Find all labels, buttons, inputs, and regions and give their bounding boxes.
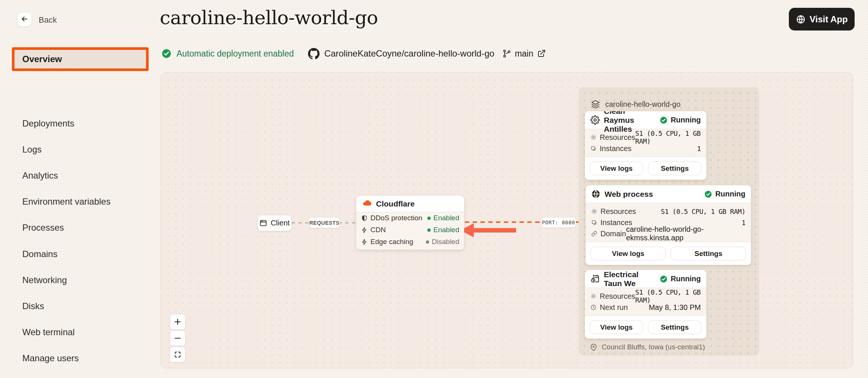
git-branch-icon (502, 49, 511, 58)
resources-icon (590, 293, 596, 299)
group-title: caroline-hello-world-go (605, 100, 680, 109)
cloudflare-row: DDoS protection Enabled (356, 212, 464, 224)
shield-icon (361, 215, 367, 221)
view-logs-button[interactable]: View logs (590, 247, 666, 260)
process-card-electrical-taun-we[interactable]: Electrical Taun We Running Resources S1 … (585, 270, 706, 339)
cloudflare-row: CDN Enabled (356, 224, 464, 236)
card-row: Resources S1 (0.5 CPU, 1 GB RAM) (591, 206, 745, 217)
settings-button[interactable]: Settings (648, 161, 702, 175)
bolt-icon (361, 227, 367, 233)
status-dot (427, 217, 431, 220)
client-label: Client (271, 219, 289, 227)
visit-app-button[interactable]: Visit App (789, 8, 855, 31)
bolt-icon (361, 239, 367, 245)
card-row: Resources S1 (0.5 CPU, 1 GB RAM) (590, 132, 701, 143)
link-icon (591, 231, 597, 237)
layers-icon (590, 99, 600, 109)
resources-icon (591, 208, 597, 214)
status-badge: Running (704, 190, 745, 198)
zoom-controls (170, 314, 185, 362)
gear-icon (590, 115, 600, 125)
sidebar-item-manage-users[interactable]: Manage users (22, 352, 79, 364)
client-node[interactable]: Client (258, 215, 292, 231)
status-dot (426, 240, 429, 244)
next-run-value: May 8, 1:30 PM (649, 303, 701, 312)
sidebar-item-processes[interactable]: Processes (22, 222, 64, 234)
status-bar: Automatic deployment enabled CarolineKat… (161, 48, 546, 60)
back-label: Back (39, 15, 57, 25)
cloudflare-node[interactable]: Cloudflare DDoS protection Enabled CDN E… (356, 196, 464, 250)
view-logs-button[interactable]: View logs (590, 320, 643, 334)
resources-icon (590, 134, 596, 140)
sidebar-item-environment-variables[interactable]: Environment variables (22, 196, 110, 208)
process-card-clean-raymus-antilles[interactable]: Clean Raymus Antilles Running Resources … (585, 111, 706, 180)
sidebar-item-web-terminal[interactable]: Web terminal (22, 326, 75, 338)
calendar-clock-icon (590, 274, 600, 284)
topology-canvas[interactable]: Client REQUESTS Cloudflare DDoS protecti… (161, 72, 853, 368)
settings-button[interactable]: Settings (648, 320, 702, 334)
sidebar-item-logs[interactable]: Logs (22, 144, 42, 156)
instances-icon (590, 145, 596, 151)
status-dot (427, 228, 431, 232)
card-row: Resources S1 (0.5 CPU, 1 GB RAM) (590, 291, 701, 302)
check-circle-icon (161, 48, 172, 59)
cloudflare-title: Cloudflare (376, 199, 415, 208)
map-pin-icon (590, 343, 597, 351)
process-title: Electrical Taun We (604, 270, 651, 288)
status-badge: Running (660, 275, 701, 283)
port-edge-label: PORT: 8080 (541, 217, 576, 228)
arrow-left-icon (20, 15, 29, 24)
plus-icon (173, 317, 182, 326)
zoom-in-button[interactable] (170, 314, 185, 330)
process-card-web-process[interactable]: Web process Running Resources S1 (0.5 CP… (586, 185, 751, 265)
cloudflare-cloud-icon (362, 199, 372, 209)
sidebar-item-deployments[interactable]: Deployments (22, 118, 74, 129)
branch-name: main (515, 49, 533, 59)
sidebar-item-overview[interactable]: Overview (12, 47, 149, 71)
process-title: Web process (605, 190, 653, 199)
instances-icon (591, 220, 597, 225)
browser-icon (259, 219, 267, 227)
back-button[interactable] (17, 12, 32, 27)
globe-icon (796, 15, 806, 24)
repo-link[interactable]: CarolineKateCoyne/caroline-hello-world-g… (324, 48, 495, 59)
datacenter-location: Council Bluffs, Iowa (us-central1) (590, 343, 705, 351)
fullscreen-icon (174, 351, 181, 358)
settings-button[interactable]: Settings (671, 247, 746, 260)
app-group-panel: caroline-hello-world-go Clean Raymus Ant… (579, 87, 759, 356)
visit-app-label: Visit App (810, 14, 848, 25)
globe-icon (591, 189, 600, 199)
red-arrow-annotation (460, 223, 516, 237)
cloudflare-row: Edge caching Disabled (356, 236, 464, 248)
fit-view-button[interactable] (170, 347, 185, 362)
page-title: caroline-hello-world-go (160, 7, 378, 29)
card-row: Domain caroline-hello-world-go-ekmss.kin… (591, 228, 745, 239)
clock-icon (590, 304, 596, 310)
view-logs-button[interactable]: View logs (590, 161, 643, 175)
status-badge: Running (660, 116, 701, 124)
github-icon (308, 48, 320, 60)
external-link-icon[interactable] (537, 49, 546, 58)
sidebar-item-networking[interactable]: Networking (22, 274, 67, 286)
zoom-out-button[interactable] (170, 330, 185, 346)
sidebar-item-domains[interactable]: Domains (22, 248, 58, 260)
sidebar-item-analytics[interactable]: Analytics (22, 170, 58, 182)
domain-value: caroline-hello-world-go-ekmss.kinsta.app (626, 225, 745, 242)
sidebar-item-disks[interactable]: Disks (22, 300, 44, 312)
requests-edge-label: REQUESTS (309, 217, 340, 228)
minus-icon (173, 334, 182, 343)
deployment-status: Automatic deployment enabled (176, 49, 294, 59)
